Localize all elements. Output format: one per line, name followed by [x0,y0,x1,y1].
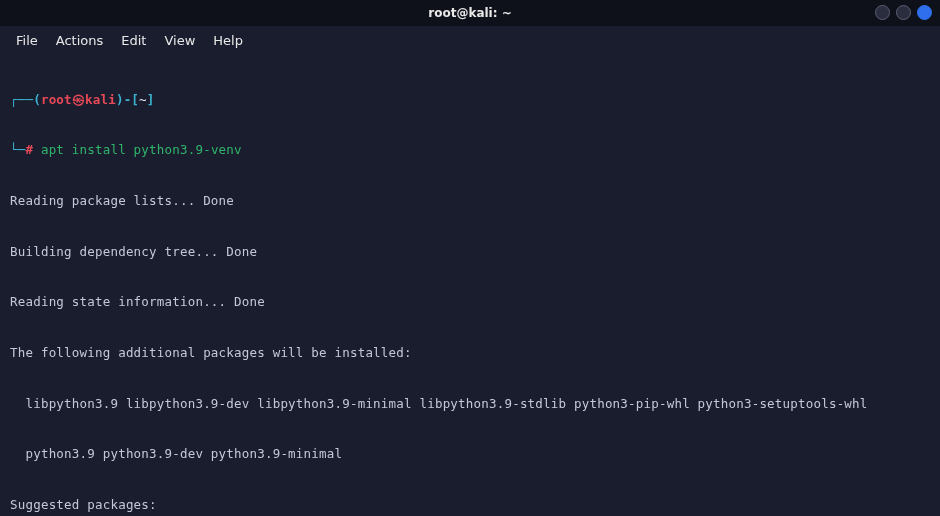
close-button[interactable] [917,5,932,20]
menubar: File Actions Edit View Help [0,26,940,54]
menu-view[interactable]: View [164,33,195,48]
menu-edit[interactable]: Edit [121,33,146,48]
prompt-cwd: ~ [139,92,147,107]
titlebar: root@kali: ~ [0,0,940,26]
prompt-line-2: └─# apt install python3.9-venv [10,142,930,159]
menu-file[interactable]: File [16,33,38,48]
command-text: apt install python3.9-venv [33,142,242,157]
prompt-prefix: └─ [10,142,25,157]
prompt-bracket: ] [147,92,155,107]
window-title: root@kali: ~ [428,6,511,20]
output-line: Reading state information... Done [10,294,930,311]
maximize-button[interactable] [896,5,911,20]
output-line: python3.9 python3.9-dev python3.9-minima… [10,446,930,463]
prompt-user: root [41,92,72,107]
output-line: The following additional packages will b… [10,345,930,362]
prompt-bracket: ┌──( [10,92,41,107]
window-controls [875,5,932,20]
output-line: Building dependency tree... Done [10,244,930,261]
output-line: Suggested packages: [10,497,930,514]
menu-help[interactable]: Help [213,33,243,48]
prompt-line-1: ┌──(root㉿kali)-[~] [10,92,930,109]
minimize-button[interactable] [875,5,890,20]
menu-actions[interactable]: Actions [56,33,104,48]
prompt-bracket: )-[ [116,92,139,107]
output-line: Reading package lists... Done [10,193,930,210]
output-line: libpython3.9 libpython3.9-dev libpython3… [10,396,930,413]
prompt-at-icon: ㉿ [72,92,85,107]
prompt-host: kali [85,92,116,107]
terminal-area[interactable]: ┌──(root㉿kali)-[~] └─# apt install pytho… [0,54,940,516]
